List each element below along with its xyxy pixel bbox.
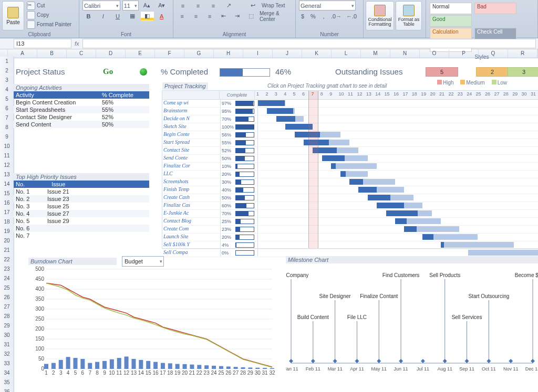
gantt-row[interactable]: Sell $100k Y4% xyxy=(162,241,538,249)
svg-rect-66 xyxy=(131,359,136,369)
format-painter-button[interactable]: Format Painter xyxy=(26,20,74,29)
align-right-button[interactable]: ≡ xyxy=(204,11,216,21)
cut-button[interactable]: ✂Cut xyxy=(26,1,74,10)
conditional-formatting-button[interactable]: Conditional Formatting xyxy=(366,1,394,30)
gantt-row[interactable]: E-Junkie Ac70% xyxy=(162,210,538,218)
shrink-font-button[interactable]: A▾ xyxy=(156,1,169,10)
svg-text:7: 7 xyxy=(88,370,91,376)
align-bottom-button[interactable]: ≡ xyxy=(207,1,221,10)
style-bad[interactable]: Bad xyxy=(474,3,516,14)
align-left-button[interactable]: ≡ xyxy=(177,11,189,21)
gantt-row[interactable]: Create Cash50% xyxy=(162,194,538,202)
number-format-combo[interactable]: General xyxy=(299,1,356,10)
table-row: No. 2Issue 23 xyxy=(14,195,149,203)
wrap-text-button[interactable]: ↩ xyxy=(246,1,260,10)
svg-text:May 11: May 11 xyxy=(371,366,387,372)
increase-indent-button[interactable]: ⇥ xyxy=(232,11,244,21)
decrease-decimal-button[interactable]: ←.0 xyxy=(345,11,359,21)
svg-text:Jul 11: Jul 11 xyxy=(417,366,429,372)
underline-button[interactable]: U xyxy=(112,11,125,21)
currency-button[interactable]: $ xyxy=(299,11,307,21)
svg-text:25: 25 xyxy=(218,370,224,376)
align-center-button[interactable]: ≡ xyxy=(190,11,202,21)
svg-rect-80 xyxy=(234,367,238,369)
svg-text:Start Outsourcing: Start Outsourcing xyxy=(468,293,509,299)
increase-decimal-button[interactable]: .0→ xyxy=(330,11,344,21)
gantt-row[interactable]: Decide on N70% xyxy=(162,115,538,123)
row-headers[interactable]: 1234567891011121314151617181920212223242… xyxy=(0,57,14,392)
bold-button[interactable]: B xyxy=(82,11,96,21)
merge-center-button[interactable]: ⬚ xyxy=(246,11,258,21)
gantt-row[interactable]: Contact Site52% xyxy=(162,147,538,155)
project-tracking-panel[interactable]: Project Tracking Click on Project Tracki… xyxy=(162,90,538,249)
gantt-row[interactable]: Finish Temp40% xyxy=(162,186,538,194)
table-row: Send Content50% xyxy=(14,121,149,128)
fx-icon[interactable]: fx xyxy=(75,40,79,47)
style-check-cell[interactable]: Check Cell xyxy=(474,28,516,39)
style-good[interactable]: Good xyxy=(430,15,472,27)
svg-text:150: 150 xyxy=(35,336,44,342)
orientation-button[interactable]: ↗ xyxy=(222,1,236,10)
svg-text:200: 200 xyxy=(35,326,44,332)
font-name-combo[interactable]: Calibri xyxy=(82,1,120,10)
table-row: No. 5Issue 29 xyxy=(14,217,149,225)
comma-button[interactable]: , xyxy=(320,11,328,21)
gantt-row[interactable]: Come up wi97% xyxy=(162,100,538,108)
svg-text:Aug 11: Aug 11 xyxy=(437,366,452,372)
svg-text:500: 500 xyxy=(35,267,44,272)
align-top-button[interactable]: ≡ xyxy=(177,1,190,10)
svg-text:Start Company: Start Company xyxy=(286,272,308,278)
gantt-row[interactable]: Finalize Cas60% xyxy=(162,202,538,210)
svg-text:23: 23 xyxy=(204,370,210,376)
svg-text:Finalize Contant: Finalize Contant xyxy=(360,293,398,299)
grow-font-button[interactable]: A▴ xyxy=(141,1,153,10)
format-as-table-button[interactable]: Format as Table xyxy=(396,1,422,30)
paste-button[interactable]: Paste xyxy=(2,1,24,30)
gantt-row[interactable]: Launch Site20% xyxy=(162,234,538,241)
svg-text:300: 300 xyxy=(35,306,44,312)
svg-rect-60 xyxy=(88,363,92,369)
svg-text:9: 9 xyxy=(103,370,106,376)
align-middle-button[interactable]: ≡ xyxy=(192,1,205,10)
svg-rect-57 xyxy=(66,357,70,369)
pct-completed-label: % Completed xyxy=(161,67,208,76)
worksheet[interactable]: Project Status Go % Completed 46% Outsta… xyxy=(14,57,538,392)
gantt-row[interactable]: Start Spread55% xyxy=(162,139,538,147)
gantt-row[interactable]: Contact Blog25% xyxy=(162,218,538,226)
gantt-row[interactable]: Screenshots30% xyxy=(162,178,538,186)
milestone-chart: Jan 11Feb 11Mar 11Apr 11May 11Jun 11Jul … xyxy=(286,263,538,376)
svg-text:8: 8 xyxy=(96,370,99,376)
svg-rect-62 xyxy=(102,361,107,369)
group-alignment-label: Alignment xyxy=(175,31,293,37)
gantt-row[interactable]: Create Com23% xyxy=(162,226,538,234)
gantt-row[interactable]: Finalize Cor10% xyxy=(162,163,538,171)
font-size-combo[interactable]: 11 xyxy=(122,1,139,10)
svg-rect-69 xyxy=(153,362,158,369)
gantt-row[interactable]: Send Conte50% xyxy=(162,155,538,163)
decrease-indent-button[interactable]: ⇤ xyxy=(218,11,230,21)
formula-input[interactable] xyxy=(82,39,536,48)
percent-button[interactable]: % xyxy=(309,11,318,21)
svg-text:29: 29 xyxy=(247,370,254,376)
style-normal[interactable]: Normal xyxy=(430,3,472,14)
italic-button[interactable]: I xyxy=(97,11,110,21)
svg-text:Become $100K: Become $100K xyxy=(515,272,538,278)
font-color-button[interactable]: A xyxy=(156,11,169,21)
svg-text:Feb 11: Feb 11 xyxy=(306,366,320,372)
gantt-row[interactable]: Sketch Site100% xyxy=(162,123,538,131)
svg-text:32: 32 xyxy=(269,370,275,376)
gantt-row[interactable]: LLC20% xyxy=(162,171,538,178)
gantt-row[interactable]: Begin Conte56% xyxy=(162,131,538,139)
gantt-row[interactable]: Brainstorm95% xyxy=(162,108,538,115)
svg-rect-59 xyxy=(80,359,85,369)
svg-rect-79 xyxy=(226,366,231,369)
issues-high: 5 xyxy=(426,67,458,77)
painter-icon xyxy=(27,20,35,29)
name-box[interactable]: I13 xyxy=(14,39,71,48)
style-calculation[interactable]: Calculation xyxy=(430,28,472,39)
burndown-select[interactable]: Budget xyxy=(122,256,164,267)
border-button[interactable]: ▦ xyxy=(126,11,139,21)
svg-text:Dec 11: Dec 11 xyxy=(525,366,538,372)
fill-color-button[interactable]: ◧ xyxy=(141,11,154,21)
copy-button[interactable]: Copy xyxy=(26,10,74,19)
